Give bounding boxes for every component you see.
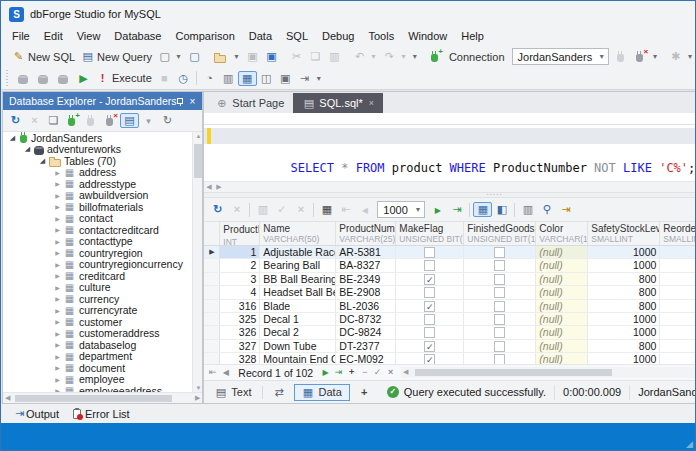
resize-grip-icon[interactable]: ◢ — [686, 439, 693, 449]
expand-icon[interactable]: ▶ — [52, 203, 63, 210]
cell-safetystocklevel[interactable]: 1000 — [588, 246, 660, 258]
tree-item-contacttype[interactable]: ▶▦contacttype — [3, 236, 202, 248]
table-row[interactable]: 4Headset Ball BearingsBE-2908(null)800 — [204, 286, 696, 299]
scroll-up-icon[interactable]: ▲ — [193, 133, 202, 139]
row-selector[interactable] — [204, 340, 220, 352]
cell-color[interactable]: (null) — [536, 273, 588, 285]
checkbox-unchecked[interactable] — [494, 301, 505, 312]
cell-reorderpoint[interactable] — [660, 286, 696, 298]
delete-button[interactable] — [25, 113, 44, 128]
row-selector[interactable] — [204, 273, 220, 285]
cell-finishedgoodsflag[interactable] — [464, 313, 536, 325]
cell-makeflag[interactable] — [396, 246, 464, 258]
cell-productid[interactable]: 3 — [220, 273, 260, 285]
checkbox-unchecked[interactable] — [424, 260, 435, 271]
object-viewer-toggle[interactable] — [120, 113, 139, 128]
export-data-button[interactable] — [556, 202, 575, 217]
checkbox-unchecked[interactable] — [424, 327, 435, 338]
new-sql-button[interactable]: New SQL — [9, 49, 78, 64]
tree-item-awbuildversion[interactable]: ▶▦awbuildversion — [3, 190, 202, 202]
cell-safetystocklevel[interactable]: 1000 — [588, 326, 660, 338]
add-result-tab-button[interactable] — [350, 384, 379, 401]
query-profiler-button[interactable] — [200, 71, 219, 86]
explorer-disconnect-button[interactable]: × — [101, 114, 120, 127]
expand-icon[interactable]: ▶ — [52, 364, 63, 371]
cell-safetystocklevel[interactable]: 1000 — [588, 313, 660, 325]
properties-button[interactable] — [44, 113, 63, 128]
table-row[interactable]: ▶1Adjustable RaceAR-5381(null)1000 — [204, 246, 696, 259]
prev-page-button[interactable] — [355, 202, 374, 218]
cell-name[interactable]: BB Ball Bearing — [260, 273, 336, 285]
tree-item-databaselog[interactable]: ▶▦databaselog — [3, 339, 202, 351]
cell-productid[interactable]: 327 — [220, 340, 260, 352]
cell-name[interactable]: Bearing Ball — [260, 259, 336, 271]
cell-productnumber[interactable]: DT-2377 — [336, 340, 396, 352]
scroll-left-icon[interactable]: ◀ — [5, 394, 10, 402]
tree-item-billofmaterials[interactable]: ▶▦billofmaterials — [3, 201, 202, 213]
checkbox-unchecked[interactable] — [424, 287, 435, 298]
cell-color[interactable]: (null) — [536, 326, 588, 338]
expand-icon[interactable]: ▶ — [52, 261, 63, 268]
expand-icon[interactable]: ▶ — [52, 330, 63, 337]
row-selector[interactable] — [204, 300, 220, 312]
tree-item-adventureworks[interactable]: ◢adventureworks — [3, 144, 202, 156]
commit-button[interactable] — [253, 202, 272, 217]
tree-item-address[interactable]: ▶▦address — [3, 167, 202, 179]
checkbox-unchecked[interactable] — [494, 260, 505, 271]
explorer-new-connection-button[interactable]: + — [63, 114, 82, 127]
cell-safetystocklevel[interactable]: 1000 — [588, 259, 660, 271]
swap-panes-button[interactable] — [265, 384, 294, 401]
tree-item-addresstype[interactable]: ▶▦addresstype — [3, 178, 202, 190]
row-selector[interactable] — [204, 326, 220, 338]
menu-window[interactable]: Window — [401, 27, 454, 46]
save-all-button[interactable] — [262, 49, 281, 64]
expand-icon[interactable]: ▶ — [52, 169, 63, 176]
cell-finishedgoodsflag[interactable] — [464, 259, 536, 271]
tree-item-creditcard[interactable]: ▶▦creditcard — [3, 270, 202, 282]
menu-tools[interactable]: Tools — [361, 27, 401, 46]
menu-database[interactable]: Database — [107, 27, 168, 46]
revert-changes-button[interactable] — [291, 202, 310, 217]
expand-icon[interactable]: ▶ — [52, 376, 63, 383]
table-row[interactable]: 328Mountain End CapsEC-M092✓(null)1000 — [204, 353, 696, 364]
cell-makeflag[interactable] — [396, 326, 464, 338]
first-page-button[interactable] — [336, 202, 355, 217]
checkbox-unchecked[interactable] — [424, 314, 435, 325]
new-object-button[interactable] — [185, 49, 204, 64]
layout-button[interactable] — [257, 71, 276, 86]
checkbox-unchecked[interactable] — [494, 314, 505, 325]
tab-error-list[interactable]: Error List — [67, 406, 138, 422]
chevron-down-icon[interactable]: ▼ — [233, 53, 240, 60]
checkbox-unchecked[interactable] — [494, 247, 505, 258]
cell-reorderpoint[interactable] — [660, 259, 696, 271]
cell-color[interactable]: (null) — [536, 340, 588, 352]
chevron-down-icon[interactable]: ▼ — [175, 53, 182, 60]
close-tab-icon[interactable]: × — [369, 98, 374, 108]
cell-productid[interactable]: 4 — [220, 286, 260, 298]
column-visibility-button[interactable] — [518, 202, 537, 217]
cell-makeflag[interactable] — [396, 286, 464, 298]
execute-button[interactable]: Execute — [93, 71, 155, 86]
scroll-left-icon[interactable]: ◀ — [206, 183, 211, 191]
new-connection-button[interactable]: + — [426, 50, 445, 63]
expand-icon[interactable]: ▶ — [52, 180, 63, 187]
expand-icon[interactable]: ▶ — [52, 238, 63, 245]
expand-icon[interactable]: ▶ — [52, 318, 63, 325]
toolbar-overflow-icon[interactable]: ▾ — [410, 52, 420, 61]
cell-color[interactable]: (null) — [536, 313, 588, 325]
cell-color[interactable]: (null) — [536, 353, 588, 364]
cell-productid[interactable]: 326 — [220, 326, 260, 338]
cell-safetystocklevel[interactable]: 800 — [588, 340, 660, 352]
cell-reorderpoint[interactable] — [660, 246, 696, 258]
full-screen-button[interactable] — [276, 71, 295, 86]
cell-name[interactable]: Headset Ball Bearings — [260, 286, 336, 298]
cell-name[interactable]: Down Tube — [260, 340, 336, 352]
tree-item-document[interactable]: ▶▦document — [3, 362, 202, 374]
cell-productnumber[interactable]: BL-2036 — [336, 300, 396, 312]
tab-data[interactable]: Data — [294, 384, 350, 401]
tree-item-countryregion[interactable]: ▶▦countryregion — [3, 247, 202, 259]
menu-debug[interactable]: Debug — [315, 27, 361, 46]
execution-history-button[interactable] — [174, 71, 193, 86]
previous-record-icon[interactable] — [219, 366, 232, 379]
connection-combobox[interactable]: JordanSanders▼ — [512, 48, 610, 65]
